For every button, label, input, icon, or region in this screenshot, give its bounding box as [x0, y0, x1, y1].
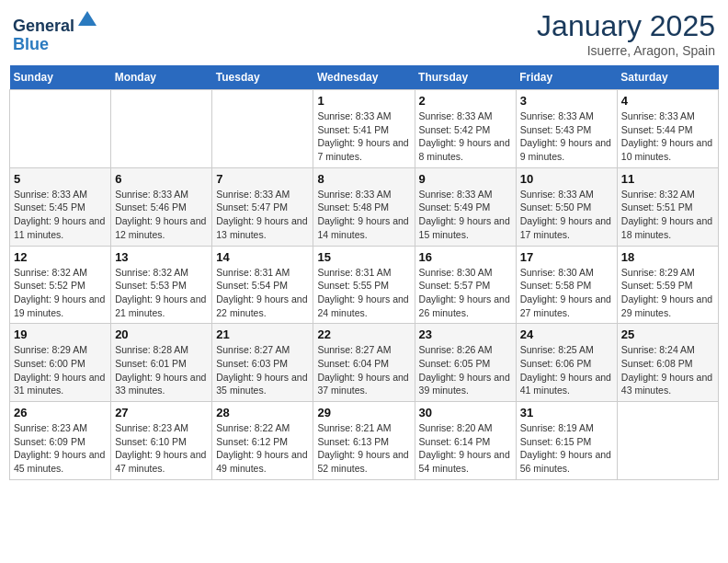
calendar-cell: 20Sunrise: 8:28 AM Sunset: 6:01 PM Dayli… [111, 324, 212, 402]
calendar-cell: 12Sunrise: 8:32 AM Sunset: 5:52 PM Dayli… [10, 246, 111, 324]
calendar-cell: 13Sunrise: 8:32 AM Sunset: 5:53 PM Dayli… [111, 246, 212, 324]
day-number: 12 [14, 250, 107, 264]
day-number: 3 [520, 94, 613, 108]
day-info: Sunrise: 8:24 AM Sunset: 6:08 PM Dayligh… [621, 343, 714, 397]
day-number: 7 [216, 172, 309, 186]
day-number: 21 [216, 327, 309, 341]
calendar-cell: 17Sunrise: 8:30 AM Sunset: 5:58 PM Dayli… [516, 246, 617, 324]
location: Isuerre, Aragon, Spain [537, 43, 715, 58]
day-info: Sunrise: 8:33 AM Sunset: 5:50 PM Dayligh… [520, 188, 613, 242]
calendar-cell: 8Sunrise: 8:33 AM Sunset: 5:48 PM Daylig… [313, 167, 415, 246]
day-number: 25 [621, 327, 714, 341]
weekday-header-tuesday: Tuesday [212, 65, 313, 90]
logo: General Blue [13, 9, 98, 54]
calendar-cell [111, 90, 212, 168]
day-number: 30 [419, 406, 512, 419]
day-number: 5 [14, 172, 107, 186]
calendar-cell: 30Sunrise: 8:20 AM Sunset: 6:14 PM Dayli… [415, 402, 516, 480]
day-number: 6 [115, 172, 208, 186]
svg-marker-0 [78, 11, 97, 26]
logo-icon [76, 9, 98, 31]
day-info: Sunrise: 8:28 AM Sunset: 6:01 PM Dayligh… [115, 343, 208, 397]
weekday-header-row: SundayMondayTuesdayWednesdayThursdayFrid… [10, 65, 719, 90]
day-info: Sunrise: 8:33 AM Sunset: 5:48 PM Dayligh… [317, 188, 410, 242]
weekday-header-thursday: Thursday [415, 65, 516, 90]
day-number: 23 [419, 327, 512, 341]
weekday-header-friday: Friday [516, 65, 617, 90]
calendar-cell: 25Sunrise: 8:24 AM Sunset: 6:08 PM Dayli… [617, 324, 718, 402]
day-info: Sunrise: 8:30 AM Sunset: 5:58 PM Dayligh… [520, 266, 613, 320]
calendar-cell: 28Sunrise: 8:22 AM Sunset: 6:12 PM Dayli… [212, 402, 313, 480]
calendar-cell: 15Sunrise: 8:31 AM Sunset: 5:55 PM Dayli… [313, 246, 415, 324]
calendar-cell: 4Sunrise: 8:33 AM Sunset: 5:44 PM Daylig… [617, 90, 718, 168]
day-info: Sunrise: 8:25 AM Sunset: 6:06 PM Dayligh… [520, 343, 613, 397]
day-info: Sunrise: 8:27 AM Sunset: 6:04 PM Dayligh… [317, 343, 410, 397]
calendar-cell [212, 90, 313, 168]
day-info: Sunrise: 8:30 AM Sunset: 5:57 PM Dayligh… [419, 266, 512, 320]
day-info: Sunrise: 8:22 AM Sunset: 6:12 PM Dayligh… [216, 421, 309, 476]
day-info: Sunrise: 8:33 AM Sunset: 5:43 PM Dayligh… [520, 109, 613, 164]
day-info: Sunrise: 8:32 AM Sunset: 5:53 PM Dayligh… [115, 266, 208, 320]
calendar-week-3: 12Sunrise: 8:32 AM Sunset: 5:52 PM Dayli… [10, 246, 719, 324]
calendar-cell: 14Sunrise: 8:31 AM Sunset: 5:54 PM Dayli… [212, 246, 313, 324]
calendar-cell: 29Sunrise: 8:21 AM Sunset: 6:13 PM Dayli… [313, 402, 415, 480]
calendar-cell [617, 402, 718, 480]
page-header: General Blue January 2025 Isuerre, Arago… [9, 9, 719, 58]
calendar-cell [10, 90, 111, 168]
day-info: Sunrise: 8:27 AM Sunset: 6:03 PM Dayligh… [216, 343, 309, 397]
day-info: Sunrise: 8:26 AM Sunset: 6:05 PM Dayligh… [419, 343, 512, 397]
calendar-cell: 31Sunrise: 8:19 AM Sunset: 6:15 PM Dayli… [516, 402, 617, 480]
day-number: 8 [317, 172, 410, 186]
calendar-cell: 26Sunrise: 8:23 AM Sunset: 6:09 PM Dayli… [10, 402, 111, 480]
weekday-header-sunday: Sunday [10, 65, 111, 90]
day-info: Sunrise: 8:31 AM Sunset: 5:54 PM Dayligh… [216, 266, 309, 320]
day-number: 29 [317, 406, 410, 419]
day-info: Sunrise: 8:33 AM Sunset: 5:49 PM Dayligh… [419, 188, 512, 242]
month-title: January 2025 [537, 9, 715, 43]
calendar-cell: 3Sunrise: 8:33 AM Sunset: 5:43 PM Daylig… [516, 90, 617, 168]
day-number: 11 [621, 172, 714, 186]
day-number: 1 [317, 94, 410, 108]
logo-text: General Blue [13, 9, 98, 54]
calendar-cell: 22Sunrise: 8:27 AM Sunset: 6:04 PM Dayli… [313, 324, 415, 402]
day-info: Sunrise: 8:33 AM Sunset: 5:45 PM Dayligh… [14, 188, 107, 242]
day-number: 4 [621, 94, 714, 108]
calendar-week-4: 19Sunrise: 8:29 AM Sunset: 6:00 PM Dayli… [10, 324, 719, 402]
calendar-week-1: 1Sunrise: 8:33 AM Sunset: 5:41 PM Daylig… [10, 90, 719, 168]
calendar-cell: 24Sunrise: 8:25 AM Sunset: 6:06 PM Dayli… [516, 324, 617, 402]
day-info: Sunrise: 8:33 AM Sunset: 5:47 PM Dayligh… [216, 188, 309, 242]
calendar-cell: 27Sunrise: 8:23 AM Sunset: 6:10 PM Dayli… [111, 402, 212, 480]
day-info: Sunrise: 8:19 AM Sunset: 6:15 PM Dayligh… [520, 421, 613, 476]
day-number: 9 [419, 172, 512, 186]
day-number: 31 [520, 406, 613, 419]
calendar-cell: 10Sunrise: 8:33 AM Sunset: 5:50 PM Dayli… [516, 167, 617, 246]
day-number: 24 [520, 327, 613, 341]
day-number: 28 [216, 406, 309, 419]
calendar-cell: 1Sunrise: 8:33 AM Sunset: 5:41 PM Daylig… [313, 90, 415, 168]
day-number: 13 [115, 250, 208, 264]
day-info: Sunrise: 8:33 AM Sunset: 5:44 PM Dayligh… [621, 109, 714, 164]
calendar-week-2: 5Sunrise: 8:33 AM Sunset: 5:45 PM Daylig… [10, 167, 719, 246]
day-number: 19 [14, 327, 107, 341]
day-info: Sunrise: 8:23 AM Sunset: 6:10 PM Dayligh… [115, 421, 208, 476]
day-number: 2 [419, 94, 512, 108]
title-block: January 2025 Isuerre, Aragon, Spain [537, 9, 715, 58]
calendar-cell: 18Sunrise: 8:29 AM Sunset: 5:59 PM Dayli… [617, 246, 718, 324]
day-info: Sunrise: 8:33 AM Sunset: 5:41 PM Dayligh… [317, 109, 410, 164]
day-info: Sunrise: 8:32 AM Sunset: 5:51 PM Dayligh… [621, 188, 714, 242]
calendar-cell: 21Sunrise: 8:27 AM Sunset: 6:03 PM Dayli… [212, 324, 313, 402]
calendar-cell: 16Sunrise: 8:30 AM Sunset: 5:57 PM Dayli… [415, 246, 516, 324]
calendar-cell: 2Sunrise: 8:33 AM Sunset: 5:42 PM Daylig… [415, 90, 516, 168]
day-number: 16 [419, 250, 512, 264]
weekday-header-monday: Monday [111, 65, 212, 90]
day-number: 14 [216, 250, 309, 264]
day-info: Sunrise: 8:33 AM Sunset: 5:42 PM Dayligh… [419, 109, 512, 164]
calendar-cell: 11Sunrise: 8:32 AM Sunset: 5:51 PM Dayli… [617, 167, 718, 246]
logo-blue: Blue [13, 35, 49, 53]
logo-general: General [13, 17, 74, 35]
calendar-cell: 7Sunrise: 8:33 AM Sunset: 5:47 PM Daylig… [212, 167, 313, 246]
calendar-cell: 5Sunrise: 8:33 AM Sunset: 5:45 PM Daylig… [10, 167, 111, 246]
day-number: 20 [115, 327, 208, 341]
weekday-header-wednesday: Wednesday [313, 65, 415, 90]
day-info: Sunrise: 8:33 AM Sunset: 5:46 PM Dayligh… [115, 188, 208, 242]
